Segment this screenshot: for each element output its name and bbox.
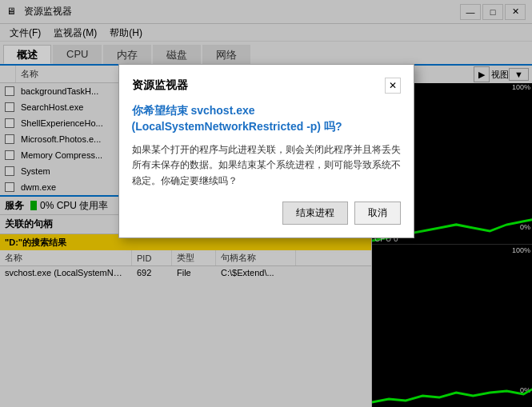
- dialog-body: 如果某个打开的程序与此进程关联，则会关闭此程序并且将丢失所有未保存的数据。如果结…: [132, 142, 401, 189]
- dialog-title-bar: 资源监视器 ✕: [132, 78, 401, 94]
- dialog-title: 资源监视器: [132, 78, 188, 93]
- dialog-buttons: 结束进程 取消: [132, 202, 401, 225]
- dialog-close-button[interactable]: ✕: [385, 78, 401, 94]
- dialog-overlay: 资源监视器 ✕ 你希望结束 svchost.exe(LocalSystemNet…: [0, 0, 532, 407]
- confirm-end-button[interactable]: 结束进程: [282, 202, 348, 225]
- confirm-dialog: 资源监视器 ✕ 你希望结束 svchost.exe(LocalSystemNet…: [118, 64, 414, 238]
- dialog-heading: 你希望结束 svchost.exe(LocalSystemNetworkRest…: [132, 103, 401, 134]
- cancel-button[interactable]: 取消: [354, 202, 401, 225]
